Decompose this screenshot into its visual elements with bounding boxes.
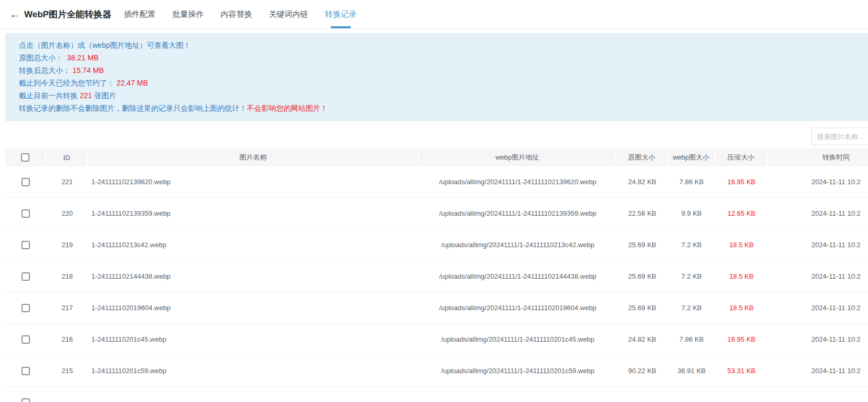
table-row: 218 1-241111102144438.webp /uploads/alli…: [5, 261, 868, 292]
column-header-saved-size: 压缩大小: [715, 149, 768, 166]
row-saved-size: 16.95 KB: [715, 335, 768, 343]
row-checkbox[interactable]: [22, 272, 30, 281]
table-row: 221 1-241111102139620.webp /uploads/alli…: [5, 166, 868, 198]
row-convert-time: 2024-11-11 10:2: [768, 241, 868, 249]
row-image-name[interactable]: 1-24111110201c59.webp: [88, 367, 419, 375]
column-header-name: 图片名称: [88, 149, 419, 166]
row-webp-size: 7.2 KB: [668, 272, 715, 280]
row-saved-size: 18.5 KB: [715, 272, 768, 280]
row-webp-size: 7.2 KB: [668, 241, 715, 249]
row-webp-size: 7.86 KB: [668, 178, 715, 186]
column-header-webp-size: webp图大小: [668, 149, 715, 166]
row-convert-time: 2024-11-11 10:2: [768, 272, 868, 280]
tab-bar: 插件配置 批量操作 内容替换 关键词内链 转换记录: [123, 0, 358, 28]
row-image-name[interactable]: 1-241111102144438.webp: [88, 272, 419, 280]
table-body: 221 1-241111102139620.webp /uploads/alli…: [5, 166, 868, 402]
row-convert-time: 2024-11-11 10:2: [768, 304, 868, 312]
nav-tab[interactable]: 插件配置: [123, 0, 156, 28]
notice-text: 原图总大小：: [19, 52, 67, 64]
nav-tab[interactable]: 批量操作: [171, 0, 205, 28]
column-header-time: 转换时间: [768, 149, 868, 166]
row-checkbox[interactable]: [22, 178, 30, 186]
row-checkbox-cell: [5, 209, 46, 218]
row-webp-url[interactable]: /uploads/allimg/20241111/1-2411111021396…: [419, 178, 616, 186]
nav-tab[interactable]: 转换记录: [324, 0, 358, 28]
notice-line: · 点击（图片名称）或（webp图片地址）可查看大图！: [13, 39, 857, 52]
bullet-icon: ·: [13, 89, 15, 101]
table-header-row: ID 图片名称 webp图片地址 原图大小 webp图大小 压缩大小 转换时间: [5, 149, 868, 166]
notice-text: 转换记录的删除不会删除图片，删除这里的记录只会影响上面的统计！: [19, 102, 247, 114]
row-id: 218: [46, 272, 88, 280]
notice-text: 点击（图片名称）或（webp图片地址）可查看大图！: [19, 39, 191, 51]
table-row: 217 1-241111102019604.webp /uploads/alli…: [5, 292, 868, 324]
row-id: 217: [46, 304, 88, 312]
row-checkbox-cell: [5, 398, 46, 402]
page-title: WebP图片全能转换器: [24, 0, 111, 28]
row-image-name[interactable]: 1-24111110201c45.webp: [88, 335, 419, 343]
nav-tab-label: 批量操作: [172, 9, 204, 19]
row-webp-url[interactable]: /uploads/allimg/20241111/1-2411111020196…: [419, 304, 616, 312]
row-checkbox[interactable]: [22, 335, 30, 344]
nav-tab-label: 转换记录: [325, 9, 357, 19]
row-id: 216: [46, 335, 88, 343]
notice-highlight: 15.74 MB: [72, 65, 104, 77]
row-checkbox-cell: [5, 304, 46, 312]
bullet-icon: ·: [13, 64, 15, 76]
select-all-checkbox[interactable]: [21, 153, 29, 162]
row-saved-size: 18.5 KB: [715, 304, 768, 312]
column-header-url: webp图片地址: [419, 149, 616, 166]
row-webp-url[interactable]: /uploads/allimg/20241111/1-24111110201c5…: [419, 367, 616, 375]
nav-tab[interactable]: 内容替换: [219, 0, 253, 28]
bullet-icon: ·: [13, 102, 15, 114]
row-image-name[interactable]: 1-241111102019604.webp: [88, 304, 419, 312]
row-convert-time: 2024-11-11 10:2: [768, 335, 868, 343]
row-webp-url[interactable]: /uploads/allimg/20241111/1-2411111021393…: [419, 209, 616, 217]
bullet-icon: ·: [13, 51, 15, 64]
notice-highlight: 不会影响您的网站图片！: [247, 102, 328, 114]
table-row: 216 1-24111110201c45.webp /uploads/allim…: [5, 324, 868, 355]
row-image-name[interactable]: 1-241111102139620.webp: [88, 178, 419, 186]
row-original-size: 25.69 KB: [616, 272, 668, 280]
row-saved-size: 53.31 KB: [715, 367, 768, 375]
row-convert-time: 2024-11-11 10:2: [768, 209, 868, 217]
column-header-id: ID: [46, 149, 88, 166]
row-webp-size: 7.86 KB: [668, 335, 715, 343]
row-original-size: 25.69 KB: [616, 241, 668, 249]
notice-text-suffix: 张图片: [92, 90, 116, 102]
notice-text: 截止目前一共转换: [19, 90, 80, 102]
row-webp-url[interactable]: /uploads/allimg/20241111/1-24111110201c4…: [419, 335, 616, 343]
row-webp-url[interactable]: /uploads/allimg/20241111/1-2411111021444…: [419, 272, 616, 280]
notice-line: · 原图总大小： 38.21 MB: [13, 52, 857, 65]
table-row: 219 1-24111110213c42.webp /uploads/allim…: [5, 229, 868, 261]
row-saved-size: 16.95 KB: [715, 178, 768, 186]
table-row: 215 1-24111110201c59.webp /uploads/allim…: [5, 355, 868, 387]
notice-text: 截止到今天已经为您节约了：: [19, 77, 117, 89]
row-checkbox[interactable]: [22, 398, 30, 402]
notice-highlight: 221: [80, 90, 92, 102]
notice-line: · 截止到今天已经为您节约了： 22.47 MB: [13, 77, 857, 90]
row-webp-size: 9.9 KB: [668, 209, 715, 217]
column-header-orig-size: 原图大小: [616, 149, 668, 166]
row-original-size: 22.56 KB: [616, 209, 668, 217]
row-convert-time: 2024-11-11 10:2: [768, 367, 868, 375]
row-checkbox[interactable]: [22, 367, 30, 375]
row-checkbox-cell: [5, 367, 46, 375]
row-webp-url[interactable]: /uploads/allimg/20241111/1-24111110213c4…: [419, 241, 616, 249]
header-checkbox-cell: [5, 149, 46, 166]
row-checkbox[interactable]: [22, 241, 30, 249]
row-original-size: 25.69 KB: [616, 304, 668, 312]
search-input[interactable]: [811, 128, 868, 145]
row-checkbox-cell: [5, 241, 46, 249]
notice-line: · 截止目前一共转换 221 张图片: [13, 90, 857, 102]
row-checkbox-cell: [5, 335, 46, 344]
row-checkbox[interactable]: [22, 209, 30, 218]
row-original-size: 24.82 KB: [616, 335, 668, 343]
row-checkbox[interactable]: [22, 304, 30, 312]
row-image-name[interactable]: 1-24111110213c42.webp: [88, 241, 419, 249]
back-arrow-icon[interactable]: ←: [9, 0, 24, 28]
notice-highlight: 38.21 MB: [67, 52, 99, 64]
row-saved-size: 12.65 KB: [715, 209, 768, 217]
row-image-name[interactable]: 1-241111102139359.webp: [88, 209, 419, 217]
nav-tab[interactable]: 关键词内链: [268, 0, 309, 28]
row-webp-size: 7.2 KB: [668, 304, 715, 312]
